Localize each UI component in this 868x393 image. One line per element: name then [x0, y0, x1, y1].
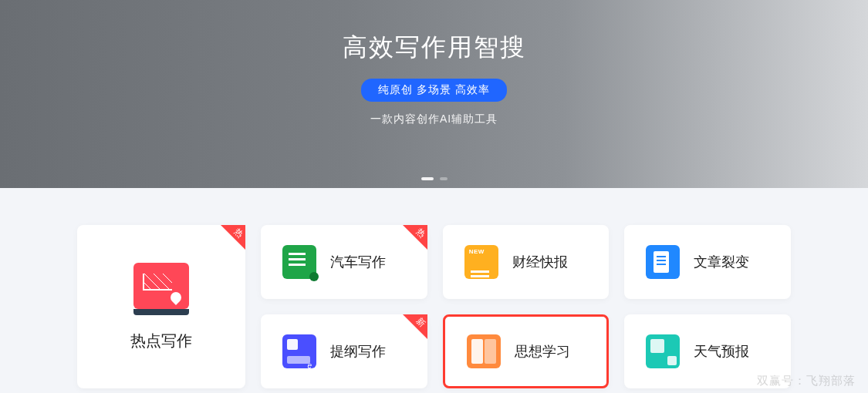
category-card-3[interactable]: 新e提纲写作 — [261, 314, 427, 388]
carousel-dot[interactable] — [440, 177, 448, 180]
watermark-text: 双赢号：飞翔部落 — [757, 374, 856, 388]
tiles-icon — [646, 334, 680, 368]
category-card-2[interactable]: 文章裂变 — [624, 225, 791, 299]
card-label: 文章裂变 — [694, 253, 749, 271]
grid-icon: e — [282, 334, 316, 368]
card-label: 思想学习 — [515, 342, 570, 361]
category-card-0[interactable]: 热汽车写作 — [261, 225, 427, 299]
hot-writing-icon — [133, 263, 189, 309]
pages-icon — [467, 334, 501, 368]
category-grid: 热 热点写作 热汽车写作财经快报文章裂变新e提纲写作思想学习天气预报 — [0, 188, 868, 388]
hero-subtitle: 一款内容创作AI辅助工具 — [370, 113, 498, 126]
book-icon — [282, 245, 316, 279]
category-card-4[interactable]: 思想学习 — [443, 314, 610, 388]
card-label: 提纲写作 — [330, 342, 386, 361]
carousel-dots[interactable] — [421, 177, 448, 180]
ribbon-icon: 新 — [403, 314, 427, 339]
category-card-1[interactable]: 财经快报 — [443, 225, 610, 299]
news-icon — [464, 245, 498, 279]
card-label: 汽车写作 — [330, 253, 386, 271]
featured-label: 热点写作 — [130, 331, 192, 351]
featured-card-hot-writing[interactable]: 热 热点写作 — [77, 225, 245, 388]
ribbon-icon: 热 — [403, 225, 427, 250]
hero-badge: 纯原创 多场景 高效率 — [361, 79, 507, 102]
hot-ribbon-icon: 热 — [221, 225, 245, 250]
card-label: 天气预报 — [694, 342, 749, 361]
card-label: 财经快报 — [512, 253, 568, 271]
hero-banner: 高效写作用智搜 纯原创 多场景 高效率 一款内容创作AI辅助工具 — [0, 0, 868, 188]
carousel-dot[interactable] — [421, 177, 434, 180]
hero-title: 高效写作用智搜 — [343, 31, 526, 65]
document-icon — [646, 245, 680, 279]
